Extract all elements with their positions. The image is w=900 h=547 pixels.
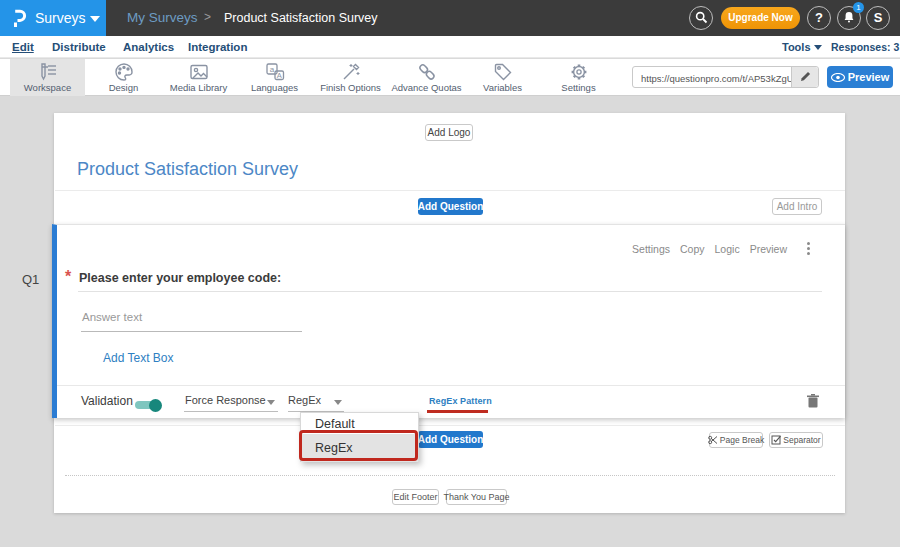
svg-text:a: a (269, 65, 274, 74)
svg-text:A: A (276, 71, 281, 80)
